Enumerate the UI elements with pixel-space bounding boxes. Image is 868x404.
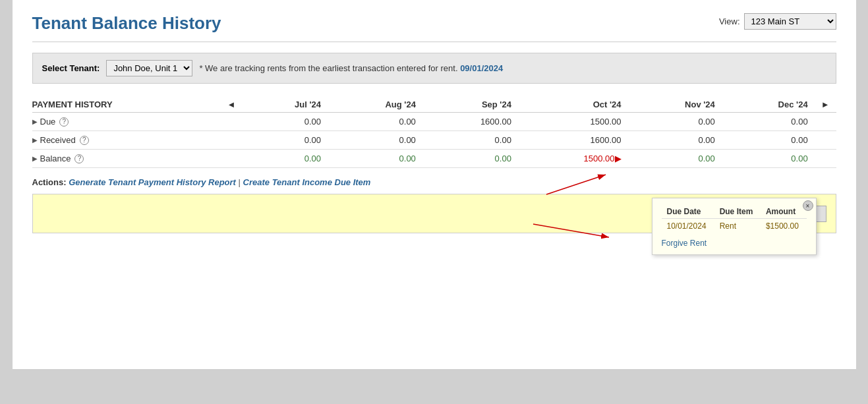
balance-help-icon[interactable]: ?	[74, 154, 84, 163]
month-col-5: Dec '24	[722, 97, 815, 113]
notice-text: * We are tracking rents from the earlies…	[199, 63, 457, 73]
received-row: ▶ Received ? 0.00 0.00 0.00 1600.00 0.00…	[32, 131, 836, 150]
received-nav-prev	[220, 131, 242, 150]
balance-jul: 0.00	[242, 150, 328, 168]
balance-oct[interactable]: 1500.00▶	[518, 150, 628, 168]
popup-close-button[interactable]: ×	[803, 200, 813, 211]
popup-col-due-date: Due Date	[662, 205, 714, 219]
nav-next-header[interactable]: ►	[815, 97, 836, 113]
close-icon: ×	[806, 202, 810, 210]
due-label: Due	[40, 117, 56, 127]
page-title: Tenant Balance History	[32, 13, 221, 34]
tenant-notice: * We are tracking rents from the earlies…	[199, 63, 503, 73]
received-expand-icon[interactable]: ▶	[32, 136, 38, 144]
balance-nav-prev	[220, 150, 242, 168]
header-row: Tenant Balance History View: 123 Main ST	[32, 13, 836, 42]
due-jul: 0.00	[242, 113, 328, 131]
popup-due-date-value: 10/01/2024	[662, 219, 714, 234]
month-col-2: Sep '24	[422, 97, 518, 113]
nav-prev-header[interactable]: ◄	[220, 97, 242, 113]
received-oct: 1600.00	[518, 131, 628, 150]
tenant-select-label: Select Tenant:	[42, 63, 100, 73]
tenant-bar: Select Tenant: John Doe, Unit 1 * We are…	[32, 53, 836, 84]
received-jul: 0.00	[242, 131, 328, 150]
view-label: View:	[719, 16, 740, 26]
view-select[interactable]: 123 Main ST	[744, 13, 836, 30]
payment-history-section: PAYMENT HISTORY ◄ Jul '24 Aug '24 Sep '2…	[32, 97, 836, 168]
create-due-item-link[interactable]: Create Tenant Income Due Item	[243, 177, 371, 187]
popup-due-item-value: Rent	[714, 219, 761, 234]
received-nav-next	[815, 131, 836, 150]
actions-separator: |	[239, 177, 243, 187]
received-dec: 0.00	[722, 131, 815, 150]
balance-label-cell: ▶ Balance ?	[32, 150, 221, 168]
popup-data-row: 10/01/2024 Rent $1500.00	[662, 219, 807, 234]
actions-row: Actions: Generate Tenant Payment History…	[32, 177, 836, 187]
due-nov: 0.00	[628, 113, 722, 131]
balance-sep: 0.00	[422, 150, 518, 168]
popup-table: Due Date Due Item Amount 10/01/2024 Rent…	[662, 205, 807, 233]
balance-label: Balance	[40, 154, 71, 163]
page-wrapper: Tenant Balance History View: 123 Main ST…	[13, 0, 856, 369]
month-col-3: Oct '24	[518, 97, 628, 113]
balance-dec: 0.00	[722, 150, 815, 168]
popup-col-due-item: Due Item	[714, 205, 761, 219]
tenant-select[interactable]: John Doe, Unit 1	[106, 60, 192, 76]
payment-history-title: PAYMENT HISTORY	[32, 97, 221, 113]
popup-amount-value: $1500.00	[761, 219, 807, 234]
due-label-cell: ▶ Due ?	[32, 113, 221, 131]
balance-nov: 0.00	[628, 150, 722, 168]
balance-row: ▶ Balance ? 0.00 0.00 0.00 1500.00▶ 0.00…	[32, 150, 836, 168]
due-expand-icon[interactable]: ▶	[32, 118, 38, 125]
due-help-icon[interactable]: ?	[59, 117, 69, 127]
balance-nav-next	[815, 150, 836, 168]
popup-col-amount: Amount	[761, 205, 807, 219]
actions-label: Actions:	[32, 177, 67, 187]
due-oct: 1500.00	[518, 113, 628, 131]
due-sep: 1600.00	[422, 113, 518, 131]
view-selector: View: 123 Main ST	[719, 13, 836, 30]
month-col-4: Nov '24	[628, 97, 722, 113]
generate-report-link[interactable]: Generate Tenant Payment History Report	[69, 177, 236, 187]
received-help-icon[interactable]: ?	[80, 136, 89, 145]
due-dec: 0.00	[722, 113, 815, 131]
payment-history-table: PAYMENT HISTORY ◄ Jul '24 Aug '24 Sep '2…	[32, 97, 836, 168]
forgive-rent-link[interactable]: Forgive Rent	[662, 239, 807, 248]
received-label-cell: ▶ Received ?	[32, 131, 221, 150]
month-col-1: Aug '24	[328, 97, 422, 113]
received-label: Received	[40, 135, 76, 145]
received-nov: 0.00	[628, 131, 722, 150]
popup-tooltip: × Due Date Due Item Amount 10/01/2024 Re…	[652, 198, 817, 255]
due-row: ▶ Due ? 0.00 0.00 1600.00 1500.00 0.00 0…	[32, 113, 836, 131]
balance-aug: 0.00	[328, 150, 422, 168]
balance-expand-icon[interactable]: ▶	[32, 155, 38, 162]
month-col-0: Jul '24	[242, 97, 328, 113]
received-sep: 0.00	[422, 131, 518, 150]
received-aug: 0.00	[328, 131, 422, 150]
notice-date-link[interactable]: 09/01/2024	[460, 63, 503, 73]
due-aug: 0.00	[328, 113, 422, 131]
due-nav-next	[815, 113, 836, 131]
due-nav-prev	[220, 113, 242, 131]
